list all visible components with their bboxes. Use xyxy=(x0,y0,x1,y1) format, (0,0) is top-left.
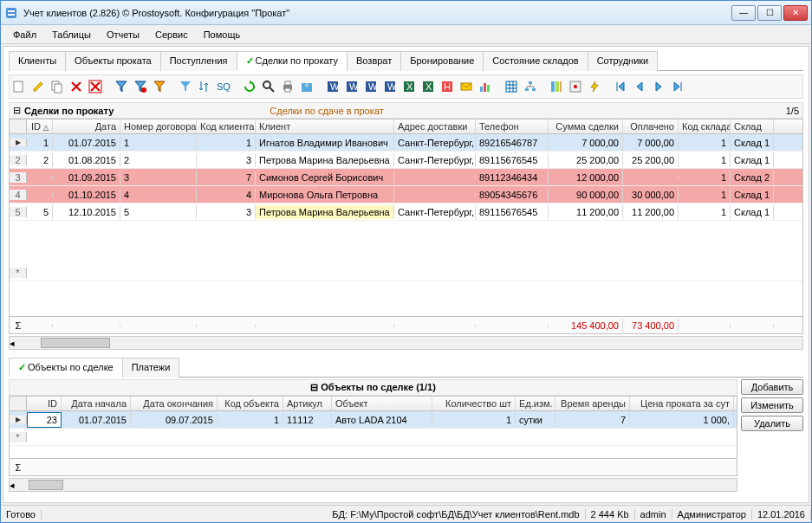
table-row[interactable]: 2201.08.201523Петрова Марина ВалерьевнаС… xyxy=(10,152,802,169)
collapse-icon[interactable]: ⊟ xyxy=(13,105,21,116)
dcol-object[interactable]: Объект xyxy=(332,397,432,410)
tool-bolt-icon[interactable] xyxy=(587,79,602,94)
col-id[interactable]: ID △ xyxy=(27,119,53,133)
col-num[interactable]: Номер договора xyxy=(120,119,197,133)
tool-settings-icon[interactable] xyxy=(568,79,583,94)
tool-filter3-icon[interactable] xyxy=(152,79,167,94)
table-row[interactable]: 101.07.201511Игнатов Владимир ИвановичСа… xyxy=(10,134,802,152)
col-sum[interactable]: Сумма сделки xyxy=(549,119,623,133)
dcol-objcode[interactable]: Код объекта xyxy=(218,397,283,410)
tool-search-icon[interactable] xyxy=(261,79,276,94)
dcol-end[interactable]: Дата окончания xyxy=(131,397,218,410)
col-paid[interactable]: Оплачено xyxy=(623,119,679,133)
col-client[interactable]: Клиент xyxy=(256,119,394,133)
tool-word4-icon[interactable]: W xyxy=(382,79,398,94)
tool-chart-icon[interactable] xyxy=(477,79,493,94)
menu-file[interactable]: Файл xyxy=(6,28,43,42)
tool-prev-icon[interactable] xyxy=(632,79,647,94)
tool-table-icon[interactable] xyxy=(503,79,519,94)
svg-rect-0 xyxy=(6,8,16,18)
tool-refresh-icon[interactable] xyxy=(242,79,257,94)
tool-print-icon[interactable] xyxy=(280,79,296,94)
col-date[interactable]: Дата xyxy=(53,119,120,133)
dcol-start[interactable]: Дата начала xyxy=(62,397,131,410)
tool-last-icon[interactable] xyxy=(670,79,685,94)
app-icon xyxy=(4,6,18,20)
tab-deals[interactable]: ✓Сделки по прокату xyxy=(237,51,348,71)
menu-tables[interactable]: Таблицы xyxy=(45,28,98,42)
tool-funnel-icon[interactable] xyxy=(178,79,193,94)
svg-rect-38 xyxy=(560,81,562,92)
tool-next-icon[interactable] xyxy=(651,79,666,94)
tool-sql-icon[interactable]: SQL xyxy=(216,79,231,94)
tab-return[interactable]: Возврат xyxy=(347,51,401,71)
dcol-qty[interactable]: Количество шт xyxy=(432,397,516,410)
detail-new-row[interactable]: * xyxy=(10,429,737,446)
main-tabs: Клиенты Объекты проката Поступления ✓Сде… xyxy=(9,50,803,71)
tool-word-icon[interactable]: W xyxy=(325,79,341,94)
svg-rect-29 xyxy=(480,87,483,92)
menu-help[interactable]: Помощь xyxy=(197,28,248,42)
col-skl[interactable]: Код склада xyxy=(679,119,731,133)
table-row[interactable]: 401.10.201544Миронова Ольга Петровна8905… xyxy=(10,186,802,203)
dcol-article[interactable]: Артикул xyxy=(283,397,332,410)
table-row[interactable]: 301.09.201537Симонов Сергей Борисович891… xyxy=(10,169,802,186)
svg-text:SQL: SQL xyxy=(217,81,231,92)
menu-reports[interactable]: Отчеты xyxy=(100,28,146,42)
status-date: 12.01.2016 xyxy=(752,509,811,520)
tool-word3-icon[interactable]: W xyxy=(363,79,379,94)
tool-deleteall-icon[interactable] xyxy=(88,79,103,94)
subtab-objects[interactable]: ✓Объекты по сделке xyxy=(9,358,123,378)
tool-tree-icon[interactable] xyxy=(523,79,538,94)
tab-booking[interactable]: Бронирование xyxy=(400,51,484,71)
detail-row[interactable]: 2301.07.201509.07.2015111112Авто LADA 21… xyxy=(10,411,737,429)
delete-button[interactable]: Удалить xyxy=(741,416,803,431)
tool-columns-icon[interactable] xyxy=(549,79,564,94)
tab-staff[interactable]: Сотрудники xyxy=(588,51,659,71)
tool-new-icon[interactable] xyxy=(11,79,27,94)
tool-export-icon[interactable] xyxy=(299,79,315,94)
svg-rect-33 xyxy=(529,81,532,84)
tab-objects[interactable]: Объекты проката xyxy=(65,51,161,71)
tool-edit-icon[interactable] xyxy=(30,79,46,94)
status-size: 2 444 Kb xyxy=(586,509,635,520)
tool-filter-icon[interactable] xyxy=(114,79,129,94)
col-kod[interactable]: Код клиента xyxy=(197,119,256,133)
tool-filter2-icon[interactable] xyxy=(133,79,148,94)
tool-first-icon[interactable] xyxy=(613,79,628,94)
add-button[interactable]: Добавить xyxy=(741,379,803,395)
col-skln[interactable]: Склад xyxy=(731,119,774,133)
subtab-payments[interactable]: Платежи xyxy=(122,358,180,378)
edit-button[interactable]: Изменить xyxy=(741,397,803,413)
dcol-unit[interactable]: Ед.изм. xyxy=(516,397,555,410)
col-addr[interactable]: Адрес доставки xyxy=(394,119,476,133)
section-title: Сделки по прокату xyxy=(24,106,114,116)
minimize-button[interactable]: — xyxy=(731,5,756,21)
svg-rect-37 xyxy=(555,81,559,92)
tool-html-icon[interactable]: H xyxy=(439,79,455,94)
maximize-button[interactable]: ☐ xyxy=(757,5,782,21)
dcol-price[interactable]: Цена проката за сут xyxy=(630,397,734,410)
tab-stock[interactable]: Состояние складов xyxy=(483,51,588,71)
tab-receipts[interactable]: Поступления xyxy=(160,51,237,71)
table-row[interactable]: 5512.10.201553Петрова Марина ВалерьевнаС… xyxy=(10,203,802,221)
menu-service[interactable]: Сервис xyxy=(148,28,195,42)
new-row[interactable]: * xyxy=(10,264,802,281)
close-button[interactable]: ✕ xyxy=(783,5,808,21)
svg-text:H: H xyxy=(444,81,451,92)
tab-clients[interactable]: Клиенты xyxy=(9,51,66,71)
tool-word2-icon[interactable]: W xyxy=(344,79,360,94)
detail-h-scrollbar[interactable]: ◂ xyxy=(9,478,737,492)
dcol-id[interactable]: ID xyxy=(27,397,62,410)
tool-excel-icon[interactable]: X xyxy=(401,79,417,94)
tool-excel2-icon[interactable]: X xyxy=(420,79,436,94)
svg-text:W: W xyxy=(368,81,378,92)
tool-copy-icon[interactable] xyxy=(49,79,65,94)
tool-mail-icon[interactable] xyxy=(458,79,474,94)
h-scrollbar[interactable]: ◂ xyxy=(9,336,803,350)
tool-sort-icon[interactable] xyxy=(197,79,212,94)
col-tel[interactable]: Телефон xyxy=(476,119,549,133)
tool-delete-icon[interactable] xyxy=(68,79,84,94)
section-header: ⊟ Сделки по прокату Сделки по сдаче в пр… xyxy=(9,102,803,119)
dcol-time[interactable]: Время аренды xyxy=(555,397,630,410)
